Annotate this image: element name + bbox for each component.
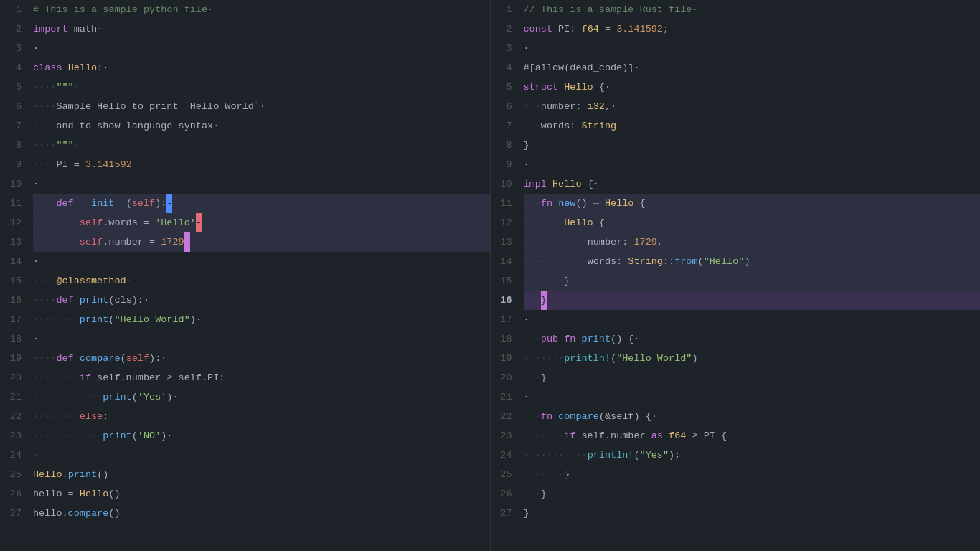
python-line-21: ············print('Yes')· — [33, 387, 490, 407]
rust-line-11: ···fn new() → Hello { — [524, 194, 981, 213]
rust-line-13: ···········number: 1729, — [524, 232, 981, 252]
python-line-20: ········if self.number ≥ self.PI: — [33, 368, 490, 387]
python-line-17: ········print("Hello World")· — [33, 310, 490, 329]
rust-line-3: · — [524, 39, 981, 58]
python-line-18: · — [33, 329, 490, 349]
python-line-11: ····def __init__(self):- — [33, 194, 490, 213]
rust-line-4: #[allow(dead_code)]· — [524, 58, 981, 77]
python-line-13: ········self.number = 1729- — [33, 232, 490, 252]
rust-line-8: } — [524, 136, 981, 155]
python-line-15: ····@classmethod· — [33, 271, 490, 291]
python-line-16: ····def print(cls):· — [33, 291, 490, 310]
rust-line-18: ···pub fn print() {· — [524, 329, 981, 349]
python-line-5: ····"""· — [33, 77, 490, 97]
rust-line-23: ·······if self.number as f64 ≥ PI { — [524, 426, 981, 446]
rust-line-24: ···········println!("Yes"); — [524, 446, 981, 465]
python-line-1: # This is a sample python file· — [33, 0, 490, 19]
rust-line-25: ·······} — [524, 465, 981, 484]
rust-line-27: } — [524, 504, 981, 523]
python-line-4: class Hello:· — [33, 58, 490, 77]
python-line-3: · — [33, 39, 490, 58]
python-code[interactable]: # This is a sample python file· import m… — [27, 0, 490, 551]
python-line-14: · — [33, 252, 490, 271]
python-line-24: · — [33, 446, 490, 465]
rust-line-17: · — [524, 310, 981, 329]
rust-line-6: ···number: i32,· — [524, 97, 981, 116]
python-line-numbers: 12345 678910 1112131415 1617181920 21222… — [0, 0, 27, 551]
python-line-8: ····"""· — [33, 136, 490, 155]
rust-line-numbers: 12345 678910 1112131415 16 17181920 2122… — [491, 0, 518, 551]
rust-line-16: ···} — [524, 291, 981, 310]
python-line-7: ····and to show language syntax· — [33, 116, 490, 136]
rust-line-12: ·······Hello { — [524, 213, 981, 232]
rust-line-5: struct Hello {· — [524, 77, 981, 97]
python-line-22: ········else: — [33, 407, 490, 426]
python-line-10: · — [33, 174, 490, 194]
python-line-6: ····Sample Hello to print `Hello World`· — [33, 97, 490, 116]
python-line-9: ····PI = 3.141592 — [33, 155, 490, 174]
python-line-19: ····def compare(self):· — [33, 349, 490, 368]
python-line-23: ············print('NO')· — [33, 426, 490, 446]
rust-line-26: ···} — [524, 484, 981, 504]
rust-line-19: ·······println!("Hello World") — [524, 349, 981, 368]
python-line-26: hello = Hello() — [33, 484, 490, 504]
rust-line-22: ···fn compare(&self) {· — [524, 407, 981, 426]
rust-code[interactable]: // This is a sample Rust file· const PI:… — [518, 0, 981, 551]
python-pane: 12345 678910 1112131415 1617181920 21222… — [0, 0, 491, 551]
rust-line-2: const PI: f64 = 3.141592; — [524, 19, 981, 39]
rust-line-21: · — [524, 387, 981, 407]
python-line-12: ········self.words = 'Hello'- — [33, 213, 490, 232]
rust-pane: 12345 678910 1112131415 16 17181920 2122… — [491, 0, 981, 551]
rust-line-7: ···words: String — [524, 116, 981, 136]
rust-line-14: ···········words: String::from("Hello") — [524, 252, 981, 271]
rust-line-1: // This is a sample Rust file· — [524, 0, 981, 19]
rust-line-9: · — [524, 155, 981, 174]
rust-line-10: impl Hello {· — [524, 174, 981, 194]
rust-line-15: ·······} — [524, 271, 981, 291]
python-line-2: import math· — [33, 19, 490, 39]
rust-line-20: ···} — [524, 368, 981, 387]
python-line-25: Hello.print() — [33, 465, 490, 484]
python-line-27: hello.compare() — [33, 504, 490, 523]
